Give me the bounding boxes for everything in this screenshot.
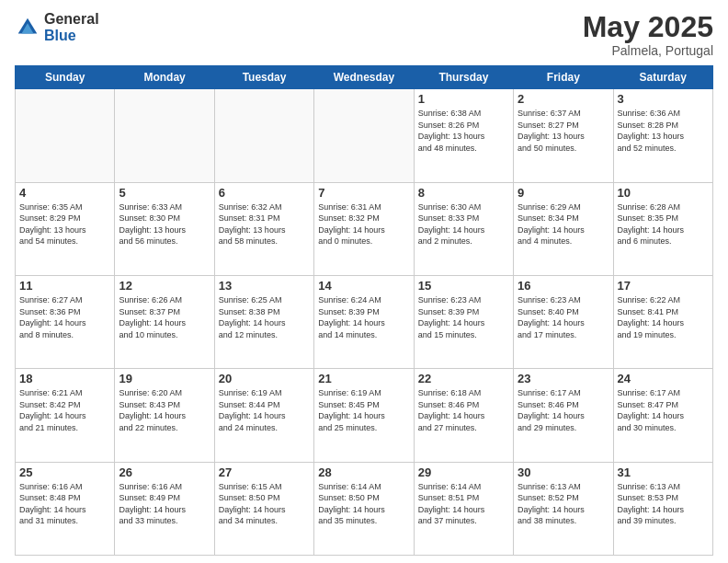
day-number: 1 — [418, 92, 509, 106]
calendar-week-row: 4Sunrise: 6:35 AM Sunset: 8:29 PM Daylig… — [16, 182, 713, 275]
table-row: 10Sunrise: 6:28 AM Sunset: 8:35 PM Dayli… — [613, 182, 712, 275]
table-row: 4Sunrise: 6:35 AM Sunset: 8:29 PM Daylig… — [16, 182, 115, 275]
table-row: 18Sunrise: 6:21 AM Sunset: 8:42 PM Dayli… — [16, 369, 115, 462]
day-info: Sunrise: 6:21 AM Sunset: 8:42 PM Dayligh… — [19, 387, 110, 433]
day-info: Sunrise: 6:16 AM Sunset: 8:48 PM Dayligh… — [19, 481, 110, 527]
table-row: 14Sunrise: 6:24 AM Sunset: 8:39 PM Dayli… — [314, 275, 414, 368]
day-number: 17 — [618, 279, 709, 293]
table-row: 30Sunrise: 6:13 AM Sunset: 8:52 PM Dayli… — [514, 462, 613, 555]
page: General Blue May 2025 Palmela, Portugal … — [0, 0, 728, 563]
day-number: 5 — [119, 186, 210, 200]
day-number: 10 — [618, 186, 709, 200]
table-row: 15Sunrise: 6:23 AM Sunset: 8:39 PM Dayli… — [414, 275, 513, 368]
table-row — [214, 89, 313, 182]
day-number: 27 — [219, 465, 310, 479]
header-tuesday: Tuesday — [214, 66, 313, 89]
day-number: 29 — [418, 465, 509, 479]
table-row: 7Sunrise: 6:31 AM Sunset: 8:32 PM Daylig… — [314, 182, 414, 275]
location-subtitle: Palmela, Portugal — [583, 43, 713, 58]
calendar-week-row: 1Sunrise: 6:38 AM Sunset: 8:26 PM Daylig… — [16, 89, 713, 182]
table-row: 20Sunrise: 6:19 AM Sunset: 8:44 PM Dayli… — [214, 369, 313, 462]
day-info: Sunrise: 6:14 AM Sunset: 8:50 PM Dayligh… — [318, 481, 409, 527]
table-row: 31Sunrise: 6:13 AM Sunset: 8:53 PM Dayli… — [613, 462, 712, 555]
day-info: Sunrise: 6:22 AM Sunset: 8:41 PM Dayligh… — [618, 294, 709, 340]
table-row: 28Sunrise: 6:14 AM Sunset: 8:50 PM Dayli… — [314, 462, 414, 555]
day-info: Sunrise: 6:17 AM Sunset: 8:47 PM Dayligh… — [618, 387, 709, 433]
day-info: Sunrise: 6:36 AM Sunset: 8:28 PM Dayligh… — [618, 108, 709, 154]
table-row: 2Sunrise: 6:37 AM Sunset: 8:27 PM Daylig… — [514, 89, 613, 182]
day-info: Sunrise: 6:14 AM Sunset: 8:51 PM Dayligh… — [418, 481, 509, 527]
day-info: Sunrise: 6:13 AM Sunset: 8:52 PM Dayligh… — [518, 481, 609, 527]
day-info: Sunrise: 6:27 AM Sunset: 8:36 PM Dayligh… — [19, 294, 110, 340]
day-info: Sunrise: 6:23 AM Sunset: 8:40 PM Dayligh… — [518, 294, 609, 340]
day-number: 20 — [219, 372, 310, 385]
table-row: 16Sunrise: 6:23 AM Sunset: 8:40 PM Dayli… — [514, 275, 613, 368]
table-row: 24Sunrise: 6:17 AM Sunset: 8:47 PM Dayli… — [613, 369, 712, 462]
day-number: 4 — [19, 186, 110, 200]
table-row: 19Sunrise: 6:20 AM Sunset: 8:43 PM Dayli… — [115, 369, 214, 462]
day-info: Sunrise: 6:24 AM Sunset: 8:39 PM Dayligh… — [318, 294, 409, 340]
logo-icon — [15, 15, 40, 40]
table-row: 5Sunrise: 6:33 AM Sunset: 8:30 PM Daylig… — [115, 182, 214, 275]
day-number: 12 — [119, 279, 210, 293]
table-row: 21Sunrise: 6:19 AM Sunset: 8:45 PM Dayli… — [314, 369, 414, 462]
table-row: 1Sunrise: 6:38 AM Sunset: 8:26 PM Daylig… — [414, 89, 513, 182]
weekday-header-row: Sunday Monday Tuesday Wednesday Thursday… — [16, 66, 713, 89]
day-info: Sunrise: 6:35 AM Sunset: 8:29 PM Dayligh… — [19, 201, 110, 247]
header-saturday: Saturday — [613, 66, 712, 89]
day-info: Sunrise: 6:38 AM Sunset: 8:26 PM Dayligh… — [418, 108, 509, 154]
day-info: Sunrise: 6:33 AM Sunset: 8:30 PM Dayligh… — [119, 201, 210, 247]
day-info: Sunrise: 6:16 AM Sunset: 8:49 PM Dayligh… — [119, 481, 210, 527]
logo-blue-text: Blue — [44, 28, 99, 44]
header-friday: Friday — [514, 66, 613, 89]
table-row — [115, 89, 214, 182]
calendar-table: Sunday Monday Tuesday Wednesday Thursday… — [15, 65, 713, 556]
day-info: Sunrise: 6:26 AM Sunset: 8:37 PM Dayligh… — [119, 294, 210, 340]
day-info: Sunrise: 6:13 AM Sunset: 8:53 PM Dayligh… — [618, 481, 709, 527]
day-info: Sunrise: 6:15 AM Sunset: 8:50 PM Dayligh… — [219, 481, 310, 527]
table-row — [16, 89, 115, 182]
day-number: 13 — [219, 279, 310, 293]
table-row: 17Sunrise: 6:22 AM Sunset: 8:41 PM Dayli… — [613, 275, 712, 368]
table-row: 13Sunrise: 6:25 AM Sunset: 8:38 PM Dayli… — [214, 275, 313, 368]
logo: General Blue — [15, 11, 99, 43]
day-info: Sunrise: 6:18 AM Sunset: 8:46 PM Dayligh… — [418, 387, 509, 433]
header: General Blue May 2025 Palmela, Portugal — [15, 11, 713, 58]
day-number: 15 — [418, 279, 509, 293]
title-section: May 2025 Palmela, Portugal — [583, 11, 713, 58]
day-info: Sunrise: 6:20 AM Sunset: 8:43 PM Dayligh… — [119, 387, 210, 433]
day-number: 16 — [518, 279, 609, 293]
day-info: Sunrise: 6:29 AM Sunset: 8:34 PM Dayligh… — [518, 201, 609, 247]
header-sunday: Sunday — [16, 66, 115, 89]
day-info: Sunrise: 6:30 AM Sunset: 8:33 PM Dayligh… — [418, 201, 509, 247]
day-info: Sunrise: 6:28 AM Sunset: 8:35 PM Dayligh… — [618, 201, 709, 247]
table-row: 25Sunrise: 6:16 AM Sunset: 8:48 PM Dayli… — [16, 462, 115, 555]
header-wednesday: Wednesday — [314, 66, 414, 89]
calendar-week-row: 25Sunrise: 6:16 AM Sunset: 8:48 PM Dayli… — [16, 462, 713, 555]
table-row: 23Sunrise: 6:17 AM Sunset: 8:46 PM Dayli… — [514, 369, 613, 462]
day-info: Sunrise: 6:17 AM Sunset: 8:46 PM Dayligh… — [518, 387, 609, 433]
header-thursday: Thursday — [414, 66, 513, 89]
table-row: 22Sunrise: 6:18 AM Sunset: 8:46 PM Dayli… — [414, 369, 513, 462]
day-number: 21 — [318, 372, 409, 385]
day-number: 24 — [618, 372, 709, 385]
table-row: 3Sunrise: 6:36 AM Sunset: 8:28 PM Daylig… — [613, 89, 712, 182]
day-number: 25 — [19, 465, 110, 479]
day-info: Sunrise: 6:31 AM Sunset: 8:32 PM Dayligh… — [318, 201, 409, 247]
table-row: 12Sunrise: 6:26 AM Sunset: 8:37 PM Dayli… — [115, 275, 214, 368]
day-number: 6 — [219, 186, 310, 200]
day-number: 31 — [618, 465, 709, 479]
day-info: Sunrise: 6:25 AM Sunset: 8:38 PM Dayligh… — [219, 294, 310, 340]
month-year-title: May 2025 — [583, 11, 713, 43]
day-number: 26 — [119, 465, 210, 479]
table-row: 29Sunrise: 6:14 AM Sunset: 8:51 PM Dayli… — [414, 462, 513, 555]
logo-text: General Blue — [44, 11, 99, 43]
day-number: 19 — [119, 372, 210, 385]
day-number: 3 — [618, 92, 709, 106]
day-info: Sunrise: 6:19 AM Sunset: 8:44 PM Dayligh… — [219, 387, 310, 433]
table-row: 26Sunrise: 6:16 AM Sunset: 8:49 PM Dayli… — [115, 462, 214, 555]
day-info: Sunrise: 6:23 AM Sunset: 8:39 PM Dayligh… — [418, 294, 509, 340]
calendar-week-row: 18Sunrise: 6:21 AM Sunset: 8:42 PM Dayli… — [16, 369, 713, 462]
day-number: 11 — [19, 279, 110, 293]
table-row: 8Sunrise: 6:30 AM Sunset: 8:33 PM Daylig… — [414, 182, 513, 275]
